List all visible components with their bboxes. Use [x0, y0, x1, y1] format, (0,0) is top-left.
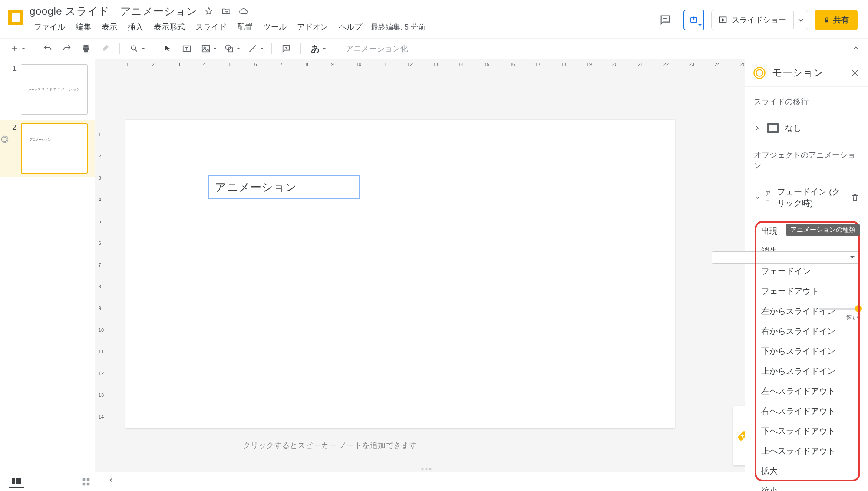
vertical-ruler: 1 2 3 4 5 6 7 8 9 10 11 12 13 14 [95, 59, 108, 472]
svg-rect-4 [202, 46, 210, 52]
cloud-saved-icon [239, 7, 248, 16]
line-tool[interactable] [245, 41, 260, 56]
textbox-tool[interactable] [179, 41, 194, 56]
close-panel-icon[interactable] [851, 69, 860, 77]
present-to-meet-button[interactable] [683, 10, 704, 30]
dropdown-option[interactable]: 下からスライドイン [753, 341, 860, 361]
undo-button[interactable] [40, 41, 55, 56]
dropdown-option[interactable]: 右からスライドイン [753, 321, 860, 341]
move-to-folder-icon[interactable] [221, 7, 231, 16]
image-tool[interactable] [198, 41, 213, 56]
footer-bar [0, 472, 868, 491]
shape-tool[interactable] [222, 41, 237, 56]
horizontal-ruler: 1234567891011121314151617181920212223242… [108, 59, 745, 69]
svg-point-6 [226, 45, 231, 50]
selected-textbox[interactable]: アニメーション [208, 175, 360, 199]
dropdown-option[interactable]: 下へスライドアウト [753, 421, 860, 441]
dropdown-option[interactable]: フェードアウト [753, 281, 860, 301]
dropdown-option[interactable]: フェードイン [753, 261, 860, 281]
speed-slider[interactable] [819, 308, 858, 310]
menu-slide[interactable]: スライド [191, 20, 231, 34]
menu-file[interactable]: ファイル [30, 20, 69, 34]
dropdown-option[interactable]: 上からスライドイン [753, 361, 860, 381]
tooltip: アニメーションの種類 [786, 224, 860, 236]
collapse-thumbnails-icon[interactable] [108, 477, 115, 484]
comment-tool[interactable] [279, 41, 294, 56]
trigger-select[interactable] [712, 251, 859, 264]
section-transition-label: スライドの移行 [745, 87, 868, 116]
tiny-label: アニ [765, 190, 773, 205]
svg-rect-16 [83, 482, 85, 485]
slide-canvas[interactable]: アニメーション [125, 120, 675, 428]
select-tool[interactable] [160, 41, 175, 56]
thumbnail-preview: アニメーション [21, 123, 88, 174]
star-icon[interactable] [204, 7, 214, 16]
transition-value: なし [785, 122, 802, 134]
delete-animation-icon[interactable] [851, 193, 859, 202]
speaker-notes-hint[interactable]: クリックするとスピーカー ノートを追加できます [243, 440, 417, 451]
toolbar: あ アニメーション化 [0, 38, 868, 59]
slide-icon [767, 123, 779, 133]
menu-addons[interactable]: アドオン [293, 20, 333, 34]
print-button[interactable] [79, 41, 93, 56]
thumbnail-1[interactable]: 1 googleス ラ イ ド ア ニ メ ー シ ョ ン [9, 64, 88, 115]
filmstrip-view-button[interactable] [9, 475, 24, 488]
svg-point-10 [756, 69, 762, 76]
transition-row[interactable]: なし [745, 116, 868, 140]
slideshow-label: スライドショー [732, 15, 786, 25]
menu-format[interactable]: 表示形式 [149, 20, 189, 34]
last-edit-text[interactable]: 最終編集: 5 分前 [371, 22, 426, 32]
chevron-down-icon [754, 194, 761, 201]
slides-logo[interactable] [6, 4, 25, 30]
animation-indicator-icon [1, 135, 9, 143]
speed-label: 速い [846, 314, 858, 322]
motion-icon [753, 66, 766, 79]
menu-insert[interactable]: 挿入 [123, 20, 148, 34]
input-method-button[interactable]: あ [308, 41, 323, 56]
chevron-right-icon [754, 125, 761, 132]
thumbnail-number: 2 [9, 123, 17, 132]
redo-button[interactable] [59, 41, 74, 56]
comments-icon[interactable] [654, 9, 677, 31]
dropdown-option[interactable]: 右へスライドアウト [753, 401, 860, 421]
section-object-label: オブジェクトのアニメーション [745, 140, 868, 180]
motion-panel: モーション スライドの移行 なし オブジェクトのアニメーション アニ フェードイ… [745, 59, 868, 472]
object-anim-value: フェードイン (クリック時) [777, 186, 846, 209]
toolbar-context-label[interactable]: アニメーション化 [346, 43, 408, 54]
canvas-area: 1 2 3 4 5 6 7 8 9 10 11 12 13 14 1234567… [95, 59, 745, 472]
motion-panel-title: モーション [772, 66, 845, 79]
dropdown-option[interactable]: 左へスライドアウト [753, 381, 860, 401]
zoom-button[interactable] [127, 41, 142, 56]
new-slide-button[interactable] [7, 41, 22, 56]
object-animation-row[interactable]: アニ フェードイン (クリック時) [745, 180, 868, 215]
notes-resize-handle[interactable] [421, 468, 431, 470]
share-button[interactable]: 共有 [815, 10, 858, 30]
slideshow-button[interactable]: スライドショー [712, 10, 793, 30]
toolbar-collapse-icon[interactable] [851, 44, 860, 53]
menu-view[interactable]: 表示 [97, 20, 122, 34]
thumbnail-panel: 1 googleス ラ イ ド ア ニ メ ー シ ョ ン 2 アニメーション [0, 59, 95, 472]
slideshow-dropdown[interactable] [793, 11, 808, 29]
menu-arrange[interactable]: 配置 [233, 20, 257, 34]
svg-rect-13 [16, 478, 21, 484]
svg-point-8 [3, 138, 7, 142]
thumbnail-preview: googleス ラ イ ド ア ニ メ ー シ ョ ン [21, 64, 88, 115]
textbox-content: アニメーション [215, 180, 297, 195]
svg-rect-12 [12, 478, 15, 484]
thumbnail-number: 1 [9, 64, 17, 73]
doc-title[interactable]: google スライド アニメーション [30, 4, 197, 18]
dropdown-option[interactable]: 上へスライドアウト [753, 441, 860, 461]
svg-rect-14 [83, 478, 85, 481]
paint-format-button[interactable] [98, 41, 112, 56]
lock-icon [824, 17, 830, 23]
menu-edit[interactable]: 編集 [71, 20, 96, 34]
share-label: 共有 [833, 15, 849, 25]
menu-tools[interactable]: ツール [259, 20, 291, 34]
svg-point-2 [131, 46, 135, 50]
svg-rect-17 [87, 482, 89, 485]
grid-view-button[interactable] [78, 475, 94, 488]
menu-help[interactable]: ヘルプ [334, 20, 366, 34]
thumbnail-2[interactable]: 2 アニメーション [0, 120, 95, 177]
svg-rect-15 [87, 478, 89, 481]
